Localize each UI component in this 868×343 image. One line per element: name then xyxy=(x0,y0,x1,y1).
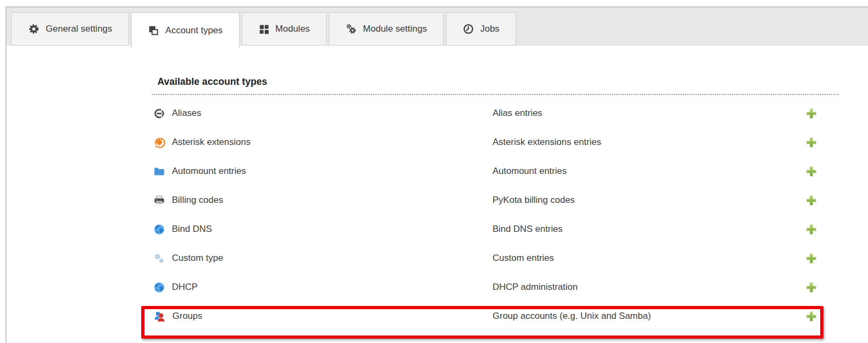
account-type-description: Custom entries xyxy=(491,253,804,264)
account-type-name: Asterisk extensions xyxy=(172,137,250,148)
account-type-row: DHCP DHCP administration xyxy=(152,273,817,302)
clock-icon xyxy=(462,23,474,35)
account-type-description: Bind DNS entries xyxy=(491,224,804,235)
account-type-name: Aliases xyxy=(172,108,201,119)
account-types-icon xyxy=(148,25,160,37)
plus-icon[interactable] xyxy=(806,224,817,235)
account-type-description: Alias entries xyxy=(491,108,804,119)
tab-bar: General settings Account types Modules M… xyxy=(6,8,868,46)
account-type-description: Group accounts (e.g. Unix and Samba) xyxy=(491,311,804,322)
tab-label: General settings xyxy=(46,24,112,34)
link-icon xyxy=(153,107,165,120)
account-type-list: Aliases Alias entries Asterisk extension… xyxy=(152,99,817,331)
printer-icon xyxy=(153,194,165,207)
plus-icon[interactable] xyxy=(806,282,817,293)
module-settings-gears-icon xyxy=(345,23,357,35)
account-type-row: Asterisk extensions Asterisk extensions … xyxy=(152,128,817,157)
account-type-row: Bind DNS Bind DNS entries xyxy=(152,215,817,244)
account-types-panel: Available account types Aliases Alias en… xyxy=(152,76,838,331)
account-type-name: Billing codes xyxy=(172,195,223,206)
account-type-description: Asterisk extensions entries xyxy=(491,137,804,148)
account-type-row: Billing codes PyKota billing codes xyxy=(152,186,817,215)
tab-module-settings[interactable]: Module settings xyxy=(329,12,444,46)
account-type-name: Bind DNS xyxy=(172,224,212,235)
tab-label: Account types xyxy=(165,25,223,36)
tab-label: Modules xyxy=(276,24,310,34)
gear-icon xyxy=(28,23,40,35)
page-left-border xyxy=(5,6,6,343)
section-heading: Available account types xyxy=(152,76,838,95)
tab-general-settings[interactable]: General settings xyxy=(11,12,129,46)
modules-grid-icon xyxy=(258,24,270,35)
plus-icon[interactable] xyxy=(806,166,817,177)
account-type-name: Automount entries xyxy=(172,166,246,177)
tab-jobs[interactable]: Jobs xyxy=(446,12,516,46)
tab-label: Jobs xyxy=(480,24,500,34)
asterisk-icon xyxy=(153,136,165,149)
plus-icon[interactable] xyxy=(806,253,817,264)
globe-icon xyxy=(153,223,165,236)
plus-icon[interactable] xyxy=(806,137,817,148)
tab-account-types[interactable]: Account types xyxy=(131,12,240,48)
account-type-description: DHCP administration xyxy=(491,282,804,293)
tab-modules[interactable]: Modules xyxy=(242,12,327,46)
lam-configuration-page: General settings Account types Modules M… xyxy=(0,0,868,343)
folder-icon xyxy=(153,165,165,178)
plus-icon[interactable] xyxy=(806,108,817,119)
plus-icon[interactable] xyxy=(806,195,817,206)
account-type-row: Automount entries Automount entries xyxy=(152,157,817,186)
account-type-name: Groups xyxy=(172,311,202,322)
account-type-name: DHCP xyxy=(172,282,198,293)
account-type-row: Custom type Custom entries xyxy=(152,244,817,273)
account-type-row: Aliases Alias entries xyxy=(152,99,817,128)
account-type-row: Groups Group accounts (e.g. Unix and Sam… xyxy=(152,302,817,331)
group-icon xyxy=(153,310,166,323)
account-type-name: Custom type xyxy=(172,253,223,264)
account-type-description: Automount entries xyxy=(491,166,804,177)
plus-icon[interactable] xyxy=(806,311,817,322)
tab-label: Module settings xyxy=(363,24,427,34)
account-type-description: PyKota billing codes xyxy=(491,195,804,206)
globe-icon xyxy=(153,281,165,294)
gears-light-icon xyxy=(153,252,165,265)
